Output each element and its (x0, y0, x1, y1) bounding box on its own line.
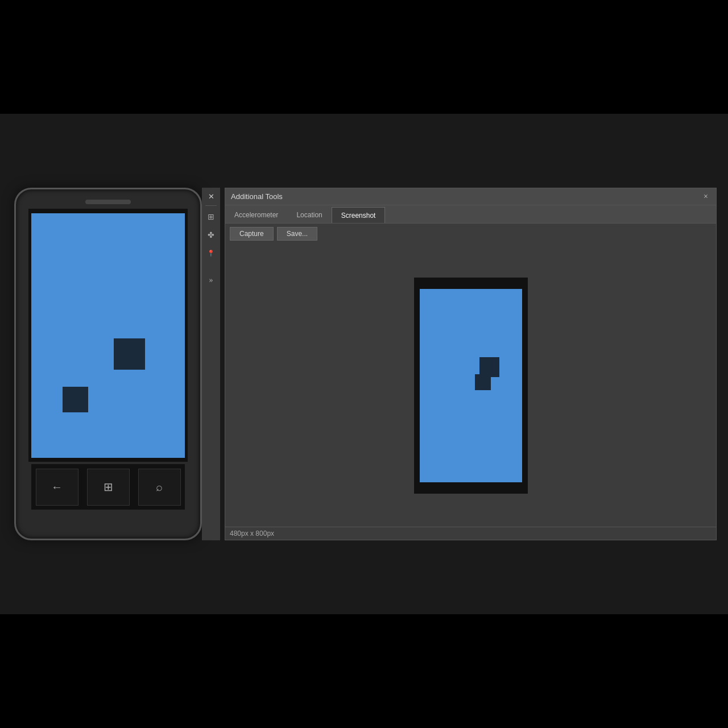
tools-content (225, 244, 716, 527)
tools-title: Additional Tools (231, 192, 701, 201)
phone-emulator: ← ⊞ ⌕ (14, 188, 202, 540)
phone-buttons: ← ⊞ ⌕ (31, 464, 185, 510)
toolbar-separator (205, 205, 217, 206)
tab-location[interactable]: Location (287, 207, 331, 223)
tools-tabs: Accelerometer Location Screenshot (225, 205, 716, 224)
preview-square-2 (475, 374, 491, 390)
tab-accelerometer[interactable]: Accelerometer (225, 207, 287, 223)
tab-screenshot[interactable]: Screenshot (332, 207, 386, 223)
chevron-icon: » (209, 276, 213, 285)
back-icon: ← (51, 481, 63, 494)
phone-screen-border (28, 209, 188, 462)
capture-button[interactable]: Capture (230, 227, 274, 241)
phone-square-2 (63, 387, 88, 412)
strip-grid-icon[interactable]: ⊞ (203, 209, 219, 225)
phone-square-1 (114, 338, 145, 370)
tools-close-button[interactable]: × (701, 192, 710, 201)
strip-chevron-icon[interactable]: » (203, 274, 219, 287)
close-icon: ✕ (208, 192, 214, 201)
phone-search-button[interactable]: ⌕ (138, 469, 181, 506)
windows-icon: ⊞ (104, 480, 113, 494)
phone-speaker (85, 200, 131, 204)
move-icon: ✤ (208, 230, 214, 240)
phone-back-button[interactable]: ← (36, 469, 78, 506)
tools-toolbar: Capture Save... (225, 224, 716, 244)
phone-screen (31, 213, 185, 458)
search-icon: ⌕ (156, 481, 163, 494)
strip-close-button[interactable]: ✕ (203, 190, 219, 204)
additional-tools-window: Additional Tools × Accelerometer Locatio… (225, 188, 717, 540)
strip-move-icon[interactable]: ✤ (203, 227, 219, 243)
grid-icon: ⊞ (208, 212, 214, 222)
dimensions-label: 480px x 800px (230, 530, 274, 537)
main-area: ← ⊞ ⌕ ✕ ⊞ ✤ 📍 » Additi (0, 114, 728, 614)
toolbar-strip: ✕ ⊞ ✤ 📍 » (202, 188, 220, 540)
tools-titlebar: Additional Tools × (225, 188, 716, 205)
strip-pin-icon[interactable]: 📍 (203, 245, 219, 261)
phone-windows-button[interactable]: ⊞ (87, 469, 130, 506)
preview-screen (420, 289, 522, 482)
preview-phone (414, 278, 528, 494)
pin-icon: 📍 (207, 250, 215, 257)
tools-status: 480px x 800px (225, 527, 716, 540)
save-button[interactable]: Save... (277, 227, 317, 241)
